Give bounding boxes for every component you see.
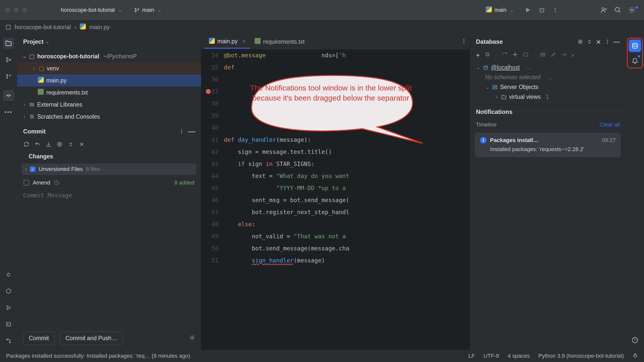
lock-icon[interactable]	[632, 352, 638, 359]
edit-icon[interactable]	[551, 52, 556, 59]
bug-icon	[6, 272, 11, 277]
highlighted-group	[627, 38, 643, 68]
svg-rect-13	[9, 59, 11, 61]
run-button[interactable]	[521, 5, 535, 15]
rollback-icon[interactable]	[35, 142, 40, 149]
pkg-tool-button[interactable]	[3, 286, 14, 297]
ellipsis-icon[interactable]: …	[547, 74, 553, 81]
commit-button[interactable]: Commit	[23, 332, 55, 345]
db-settings-icon[interactable]	[512, 52, 518, 59]
chevron-right-icon: ›	[22, 114, 27, 119]
breadcrumb-file[interactable]: main.py	[89, 24, 110, 31]
project-header[interactable]: Project⌄	[17, 34, 201, 49]
commit-hide[interactable]: —	[188, 128, 195, 135]
tree-scratches[interactable]: ›Scratches and Consoles	[17, 111, 201, 123]
code-with-me[interactable]	[597, 5, 611, 15]
db-server-objects[interactable]: ⌄Server Objects	[470, 82, 626, 92]
db-host[interactable]: ⌄@localhost…	[470, 63, 626, 72]
project-selector[interactable]: horoscope-bot-tutorial⌄	[57, 5, 126, 15]
commit-settings[interactable]	[189, 335, 195, 342]
more-db-icon[interactable]: ›	[572, 52, 574, 59]
changelist-icon[interactable]	[68, 142, 73, 149]
diff-icon[interactable]	[57, 142, 62, 149]
history-icon[interactable]	[54, 180, 59, 186]
jump-icon[interactable]	[561, 52, 567, 59]
svg-point-39	[514, 54, 516, 55]
hide-icon[interactable]: —	[613, 38, 620, 45]
add-datasource[interactable]: +	[476, 51, 480, 59]
svg-rect-37	[487, 53, 489, 56]
git-tool-button[interactable]	[3, 335, 14, 346]
minimize-dot[interactable]	[14, 8, 19, 13]
db-schemas[interactable]: No schemas selected…	[470, 72, 626, 82]
tree-requirements[interactable]: requirements.txt	[17, 86, 201, 99]
run-tool-button[interactable]	[3, 302, 14, 313]
console-icon[interactable]	[523, 52, 529, 59]
more-actions[interactable]	[549, 6, 561, 14]
collapse-icon[interactable]	[586, 38, 593, 45]
chevron-down-icon: ⌄	[158, 7, 162, 13]
tab-requirements[interactable]: requirements.txt	[250, 35, 309, 48]
tree-venv[interactable]: ›▢venv	[17, 62, 201, 74]
folder-icon: ▢	[39, 65, 44, 72]
commit-message-input[interactable]: Commit Message	[17, 188, 201, 203]
table-icon[interactable]	[540, 52, 546, 59]
tree-root[interactable]: ⌄▢horoscope-bot-tutorial~/PycharmP	[17, 50, 201, 62]
structure-tool-button[interactable]	[3, 54, 14, 65]
debug-tool-button[interactable]	[3, 269, 14, 280]
unversioned-row[interactable]: › ✓ Unversioned Files 8 files	[22, 163, 196, 175]
svg-point-16	[9, 75, 11, 76]
ellipsis-icon[interactable]: …	[526, 64, 532, 71]
breakpoint-icon[interactable]	[206, 89, 211, 94]
git-branch[interactable]: main⌄	[131, 5, 165, 15]
clear-all-link[interactable]: Clear all	[599, 121, 620, 128]
status-indent[interactable]: 4 spaces	[508, 353, 530, 359]
breadcrumb-root[interactable]: horoscope-bot-tutorial	[15, 24, 71, 31]
tab-options[interactable]	[461, 38, 467, 45]
duplicate-icon[interactable]	[485, 52, 490, 59]
project-tool-button[interactable]	[3, 38, 14, 49]
zoom-dot[interactable]	[22, 8, 27, 13]
svg-rect-12	[7, 61, 8, 62]
requirements-icon	[38, 89, 44, 96]
refresh-icon[interactable]	[24, 142, 29, 149]
amend-checkbox[interactable]	[24, 180, 29, 186]
status-encoding[interactable]: UTF-8	[484, 353, 499, 359]
chevron-right-icon: ›	[22, 102, 27, 107]
db-virtual-views[interactable]: ›virtual views1	[470, 92, 626, 102]
close-icon[interactable]: ×	[242, 38, 246, 45]
checkbox-checked[interactable]: ✓	[30, 166, 35, 172]
status-message[interactable]: Packages installed successfully: Install…	[6, 353, 460, 359]
status-interpreter[interactable]: Python 3.9 (horoscope-bot-tutorial)	[538, 353, 624, 359]
group-icon[interactable]	[79, 142, 85, 149]
target-icon[interactable]	[577, 38, 584, 45]
tree-ext-lib[interactable]: ›External Libraries	[17, 99, 201, 111]
notifications-tool-button[interactable]	[629, 54, 641, 67]
more-tool-button[interactable]: •••	[3, 107, 14, 118]
terminal-tool-button[interactable]	[3, 319, 14, 330]
commit-push-button[interactable]: Commit and Push…	[60, 332, 123, 345]
refresh-db-icon[interactable]	[502, 52, 507, 59]
debug-button[interactable]	[535, 5, 549, 15]
search-everywhere[interactable]	[611, 5, 625, 15]
commit-options[interactable]	[178, 128, 185, 135]
svg-point-33	[580, 41, 581, 42]
run-config[interactable]: main⌄	[482, 5, 517, 15]
vcs-tool-button[interactable]	[3, 71, 14, 82]
tab-main-py[interactable]: main.py×	[204, 35, 250, 49]
chevron-down-icon: ⌄	[510, 7, 514, 13]
shelve-icon[interactable]	[46, 142, 51, 149]
problems-tool-button[interactable]	[629, 334, 641, 346]
bug-icon	[538, 7, 545, 14]
chevron-down-icon: ⌄	[485, 84, 490, 90]
database-tool-button[interactable]	[629, 39, 641, 52]
tree-main-py[interactable]: main.py	[17, 74, 201, 86]
notification-card[interactable]: i Packages install… 09:27 Installed pack…	[475, 132, 621, 157]
db-options[interactable]	[604, 38, 611, 45]
close-dot[interactable]	[5, 8, 10, 13]
status-line-ending[interactable]: LF	[468, 353, 475, 359]
settings[interactable]	[625, 5, 639, 15]
commit-tool-button[interactable]	[3, 90, 14, 101]
window-controls[interactable]	[5, 8, 27, 13]
close-split-icon[interactable]: ⨯	[595, 38, 602, 45]
